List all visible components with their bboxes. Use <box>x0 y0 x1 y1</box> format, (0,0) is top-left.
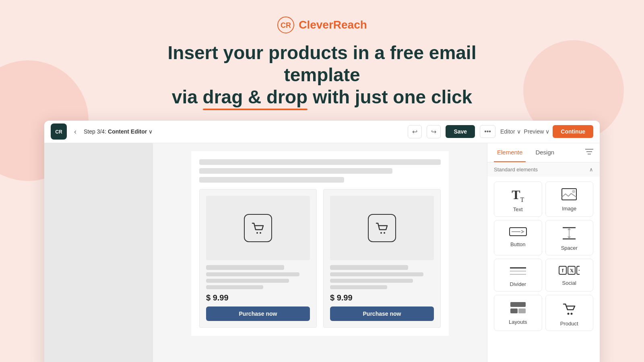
products-grid: $ 9.99 Purchase now <box>199 189 441 328</box>
image-element-icon <box>561 188 577 202</box>
step-name: Content Editor <box>108 128 147 135</box>
elements-grid: TT Text Image <box>487 177 600 336</box>
toolbar-editor-button[interactable]: Editor ∨ <box>500 128 521 135</box>
toolbar-preview-button[interactable]: Preview ∨ <box>524 128 550 135</box>
brand-name: CleverReach <box>299 19 367 31</box>
purchase-button-2[interactable]: Purchase now <box>330 306 434 321</box>
svg-point-29 <box>568 313 570 315</box>
toolbar-more-button[interactable]: ••• <box>480 125 495 138</box>
toolbar-right-actions: Editor ∨ Preview ∨ Continue <box>500 125 593 138</box>
svg-point-3 <box>256 232 258 234</box>
tab-design[interactable]: Design <box>532 143 557 162</box>
text-element-label: Text <box>513 206 523 212</box>
hero-section: CR CleverReach Insert your products in a… <box>0 0 644 121</box>
svg-rect-27 <box>510 309 518 313</box>
product-info-bars-1 <box>206 265 310 289</box>
svg-point-5 <box>380 232 382 234</box>
purchase-button-1[interactable]: Purchase now <box>206 306 310 321</box>
cart-svg-2 <box>375 222 389 234</box>
cleverreach-logo-icon: CR <box>277 16 295 34</box>
svg-point-30 <box>571 313 573 315</box>
product-sub1-bar-2 <box>330 272 423 276</box>
cart-icon-2 <box>368 214 396 242</box>
toolbar-undo-button[interactable]: ↩ <box>408 125 422 138</box>
element-spacer[interactable]: Spacer <box>545 220 594 255</box>
product-card-1: $ 9.99 Purchase now <box>199 189 317 328</box>
left-sidebar <box>44 143 153 362</box>
toolbar: CR ‹ Step 3/4: Content Editor ∨ ↩ ↪ Save… <box>44 121 600 143</box>
hero-title: Insert your products in a free email tem… <box>141 42 503 109</box>
logo-area: CR CleverReach <box>0 16 644 34</box>
product-title-bar-2 <box>330 265 408 270</box>
product-price-1: $ 9.99 <box>206 293 310 302</box>
social-element-icon: f 𝕏 + <box>559 265 580 277</box>
canvas-header-bar-2 <box>199 168 392 174</box>
product-sub3-bar-1 <box>206 285 263 289</box>
element-social[interactable]: f 𝕏 + Social <box>545 259 594 292</box>
canvas-header-bar-1 <box>199 159 441 165</box>
svg-text:+: + <box>579 267 580 274</box>
element-image[interactable]: Image <box>545 181 594 217</box>
toolbar-back-button[interactable]: ‹ <box>72 126 79 138</box>
divider-element-icon <box>510 265 526 278</box>
step-dropdown-icon: ∨ <box>149 128 153 135</box>
right-sidebar: Elemente Design Standard elements ∧ <box>487 143 600 362</box>
svg-rect-28 <box>518 309 526 313</box>
svg-point-11 <box>572 190 575 193</box>
product-image-1 <box>206 196 310 260</box>
product-element-label: Product <box>560 321 578 327</box>
spacer-element-label: Spacer <box>561 245 578 251</box>
product-sub2-bar-1 <box>206 279 289 283</box>
layouts-element-label: Layouts <box>509 319 527 325</box>
svg-text:𝕏: 𝕏 <box>570 268 574 273</box>
product-sub2-bar-2 <box>330 279 413 283</box>
element-divider[interactable]: Divider <box>494 259 542 292</box>
product-card-2: $ 9.99 Purchase now <box>323 189 441 328</box>
section-title: Standard elements <box>494 167 538 173</box>
product-price-2: $ 9.99 <box>330 293 434 302</box>
sidebar-tabs: Elemente Design <box>487 143 600 162</box>
section-header: Standard elements ∧ <box>487 162 600 177</box>
svg-point-6 <box>384 232 385 234</box>
filter-icon[interactable] <box>585 148 593 157</box>
email-canvas: $ 9.99 Purchase now <box>191 151 449 336</box>
social-element-label: Social <box>562 280 576 286</box>
toolbar-continue-button[interactable]: Continue <box>553 125 593 138</box>
spacer-element-icon <box>562 227 576 242</box>
svg-rect-26 <box>510 302 526 307</box>
step-label: Step 3/4: <box>84 128 106 135</box>
svg-text:CR: CR <box>55 129 62 135</box>
element-layouts[interactable]: Layouts <box>494 295 542 331</box>
element-button[interactable]: Button <box>494 220 542 255</box>
product-info-bars-2 <box>330 265 434 289</box>
product-title-bar-1 <box>206 265 284 270</box>
toolbar-logo: CR <box>51 123 67 140</box>
text-element-icon: TT <box>512 188 524 203</box>
toolbar-step-indicator: Step 3/4: Content Editor ∨ <box>84 128 153 135</box>
svg-point-4 <box>260 232 261 234</box>
svg-text:CR: CR <box>281 21 291 29</box>
hero-title-highlight: drag & drop <box>203 86 308 108</box>
element-product[interactable]: Product <box>545 295 594 331</box>
toolbar-save-button[interactable]: Save <box>446 125 475 138</box>
product-element-icon <box>562 302 576 317</box>
element-text[interactable]: TT Text <box>494 181 542 217</box>
product-sub1-bar-1 <box>206 272 299 276</box>
toolbar-redo-button[interactable]: ↪ <box>427 125 441 138</box>
product-image-2 <box>330 196 434 260</box>
editor-dropdown-icon: ∨ <box>517 128 521 135</box>
svg-text:f: f <box>562 268 564 274</box>
tab-elements[interactable]: Elemente <box>494 143 526 162</box>
preview-dropdown-icon: ∨ <box>545 128 549 135</box>
canvas-header-bar-3 <box>199 177 344 183</box>
hero-title-line1: Insert your products in a free email tem… <box>168 42 477 85</box>
section-collapse-icon[interactable]: ∧ <box>589 167 593 173</box>
cart-icon-1 <box>244 214 272 242</box>
app-body: $ 9.99 Purchase now <box>44 143 600 362</box>
button-element-label: Button <box>510 241 526 247</box>
hero-title-part2: via <box>172 86 203 107</box>
image-element-label: Image <box>562 206 576 212</box>
product-sub3-bar-2 <box>330 285 387 289</box>
button-element-icon <box>509 227 527 238</box>
app-window: CR ‹ Step 3/4: Content Editor ∨ ↩ ↪ Save… <box>44 121 600 362</box>
